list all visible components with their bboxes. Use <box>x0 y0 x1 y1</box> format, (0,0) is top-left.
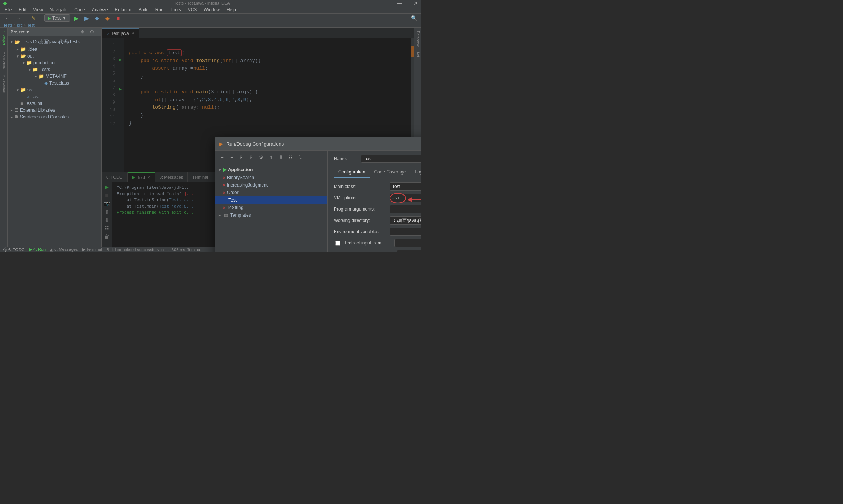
name-input[interactable] <box>361 155 422 163</box>
working-dir-input[interactable] <box>390 216 422 225</box>
tree-out[interactable]: ▼ 📂 out <box>8 53 101 59</box>
redirect-input[interactable] <box>394 239 422 247</box>
menu-build[interactable]: Build <box>135 6 152 13</box>
menu-code[interactable]: Code <box>71 6 88 13</box>
label-tostring: ToString <box>227 205 243 210</box>
locate-btn[interactable]: ⊕ <box>81 29 84 35</box>
forward-btn[interactable]: → <box>14 14 23 23</box>
config-binary-search[interactable]: ✕ BinarySearch <box>215 174 327 181</box>
save-config-btn[interactable]: ⎘ <box>247 153 256 161</box>
tree-production[interactable]: ▼ 📁 production <box>8 59 101 66</box>
env-vars-input[interactable] <box>390 228 422 236</box>
arrow-tests-prod: ▼ <box>27 68 32 72</box>
templates-item[interactable]: ► ▤ Templates <box>215 211 327 219</box>
menu-refactor[interactable]: Refactor <box>112 6 135 13</box>
tree-tests-root[interactable]: ▼ 📂 Tests D:\桌面\java\代码\Tests <box>8 38 101 46</box>
main-class-label: Main class: <box>334 184 387 189</box>
minimize-btn[interactable]: — <box>397 0 402 6</box>
config-test[interactable]: Test <box>215 196 327 204</box>
redirect-label[interactable]: Redirect input from: <box>343 240 391 246</box>
env-vars-row: Environment variables: ⎘ <box>334 228 422 236</box>
config-increasing[interactable]: ✕ IncreasingJudgment <box>215 181 327 189</box>
close-btn[interactable]: ✕ <box>413 0 418 6</box>
dialog-toolbar: + − ⎘ ⎘ ⚙ ⇧ ⇩ ☷ ⇅ <box>215 151 327 164</box>
config-order[interactable]: ✕ Order <box>215 189 327 196</box>
menu-run[interactable]: Run <box>152 6 167 13</box>
menu-help[interactable]: Help <box>224 6 239 13</box>
run-config-selector[interactable]: ▶ Test ▼ <box>44 14 70 22</box>
run-btn[interactable]: ▶ <box>72 14 81 23</box>
tree-meta-inf[interactable]: ► 📁 META-INF <box>8 73 101 80</box>
close-panel-btn[interactable]: − <box>96 29 98 35</box>
project-label: Project ▼ <box>11 30 30 34</box>
edit-defaults-btn[interactable]: ⚙ <box>257 153 265 161</box>
add-config-btn[interactable]: + <box>218 153 226 161</box>
status-todo-tab[interactable]: 🛈 6: TODO <box>3 247 25 252</box>
structure-icon[interactable]: Z: Structure <box>1 50 6 70</box>
sort-configs-btn[interactable]: ⇅ <box>296 153 304 161</box>
tree-test-java[interactable]: ○ Test <box>8 93 101 100</box>
profile-btn[interactable]: ◆ <box>103 14 112 23</box>
tree-test-class[interactable]: ◆ Test.class <box>8 80 101 87</box>
menu-view[interactable]: View <box>30 6 46 13</box>
main-class-input[interactable] <box>390 182 422 191</box>
label-idea: .idea <box>27 47 37 52</box>
redirect-checkbox[interactable] <box>335 241 340 246</box>
stop-btn[interactable]: ■ <box>114 14 123 23</box>
program-args-input[interactable] <box>390 205 422 213</box>
project-icon[interactable]: 1: Project <box>1 29 6 47</box>
tree-idea[interactable]: ► 📁 .idea <box>8 46 101 53</box>
breadcrumb-tests[interactable]: Tests <box>3 23 13 27</box>
tree-tests-iml[interactable]: ■ Tests.iml <box>8 100 101 107</box>
title-bar: ◆ Tests - Test.java - IntelliJ IDEA — □ … <box>0 0 422 6</box>
filter-configs-btn[interactable]: ☷ <box>286 153 295 161</box>
maximize-btn[interactable]: □ <box>405 0 410 6</box>
remove-config-btn[interactable]: − <box>228 153 236 161</box>
back-btn[interactable]: ← <box>3 14 12 23</box>
label-test-config: Test <box>228 197 237 203</box>
dialog-left-panel: + − ⎘ ⎘ ⚙ ⇧ ⇩ ☷ ⇅ <box>215 151 328 252</box>
build-btn[interactable]: ✎ <box>29 14 38 23</box>
tree-ext-libs[interactable]: ► ☰ External Libraries <box>8 107 101 114</box>
favorites-icon[interactable]: 2: Favorites <box>1 73 6 94</box>
menu-navigate[interactable]: Navigate <box>47 6 70 13</box>
copy-config-btn[interactable]: ⎘ <box>237 153 246 161</box>
tree-scratches[interactable]: ► ⚉ Scratches and Consoles <box>8 114 101 120</box>
collapse-btn[interactable]: − <box>86 29 88 35</box>
folder-icon-out: 📂 <box>20 53 26 59</box>
menu-analyze[interactable]: Analyze <box>89 6 111 13</box>
settings-btn[interactable]: ⚙ <box>90 29 94 35</box>
classpath-select[interactable]: Tests <box>397 250 422 252</box>
dialog-right-panel: Name: Allow parallel run St <box>328 151 422 252</box>
ant-btn[interactable]: Ant <box>415 50 421 59</box>
debug-btn[interactable]: ▶ <box>82 14 91 23</box>
coverage-btn[interactable]: ◆ <box>93 14 102 23</box>
tree-src[interactable]: ▼ 📁 src <box>8 87 101 93</box>
menu-window[interactable]: Window <box>201 6 223 13</box>
breadcrumb-src[interactable]: src <box>17 23 23 27</box>
status-run-tab[interactable]: ▶ 4: Run <box>29 247 46 252</box>
move-down-btn[interactable]: ⇩ <box>277 153 285 161</box>
status-terminal-tab[interactable]: ▶ Terminal <box>82 247 102 252</box>
dialog-title: Run/Debug Configurations <box>226 141 284 147</box>
tab-code-coverage[interactable]: Code Coverage <box>370 167 410 178</box>
database-btn[interactable]: Database <box>415 29 421 49</box>
menu-edit[interactable]: Edit <box>15 6 29 13</box>
tab-logs[interactable]: Logs <box>410 167 422 178</box>
breadcrumb-test[interactable]: Test <box>27 23 35 27</box>
error-icon-ij: ✕ <box>222 183 225 187</box>
vm-options-input[interactable] <box>390 194 422 202</box>
tab-configuration[interactable]: Configuration <box>334 167 370 178</box>
search-everywhere-btn[interactable]: 🔍 <box>409 14 418 23</box>
name-label: Name: <box>334 156 356 161</box>
application-group[interactable]: ▼ ▶ Application <box>215 165 327 174</box>
panel-toolbar: ⊕ − ⚙ − <box>81 29 98 35</box>
status-messages-tab[interactable]: ◭ 0: Messages <box>50 247 78 252</box>
move-up-btn[interactable]: ⇧ <box>267 153 275 161</box>
config-tostring[interactable]: ✕ ToString <box>215 204 327 211</box>
menu-tools[interactable]: Tools <box>167 6 184 13</box>
project-panel-header: Project ▼ ⊕ − ⚙ − <box>8 28 101 36</box>
tree-tests-prod[interactable]: ▼ 📁 Tests <box>8 66 101 73</box>
menu-file[interactable]: File <box>2 6 15 13</box>
menu-vcs[interactable]: VCS <box>185 6 200 13</box>
